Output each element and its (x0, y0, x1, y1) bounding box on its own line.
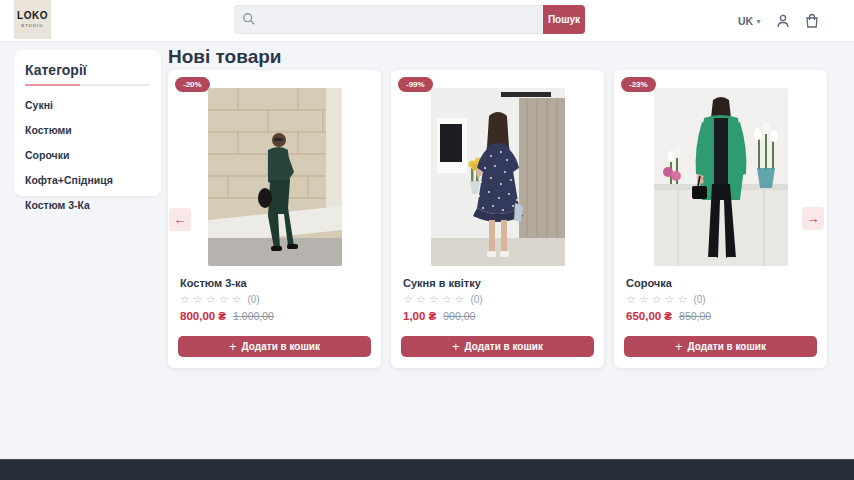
sidebar-item-suit-3piece[interactable]: Костюм 3-Ка (25, 199, 150, 211)
product-photo-shirt[interactable] (654, 88, 788, 266)
plus-icon: + (452, 340, 460, 353)
star-icon: ☆ (678, 294, 688, 305)
old-price: 850,00 (679, 310, 711, 322)
current-price: 650,00 ₴ (626, 310, 672, 322)
product-photo-suit[interactable] (208, 88, 342, 266)
carousel-prev-button[interactable]: ← (169, 208, 191, 231)
sidebar-item-shirts[interactable]: Сорочки (25, 149, 150, 161)
add-to-cart-label: Додати в кошик (465, 341, 543, 352)
header-actions: UK ▼ (738, 0, 820, 42)
divider (25, 84, 150, 86)
add-to-cart-label: Додати в кошик (688, 341, 766, 352)
add-to-cart-button[interactable]: + Додати в кошик (624, 336, 817, 357)
product-grid: -20% (168, 70, 827, 368)
current-price: 1,00 ₴ (403, 310, 436, 322)
rating-count: (0) (470, 294, 482, 305)
current-price: 800,00 ₴ (180, 310, 226, 322)
plus-icon: + (675, 340, 683, 353)
discount-badge: -99% (398, 77, 433, 92)
star-icon: ☆ (652, 294, 662, 305)
discount-badge: -23% (621, 77, 656, 92)
add-to-cart-label: Додати в кошик (242, 341, 320, 352)
logo-title: LOKO (17, 11, 48, 21)
discount-badge: -20% (175, 77, 210, 92)
star-icon: ☆ (429, 294, 439, 305)
language-selector[interactable]: UK ▼ (738, 15, 762, 27)
rating-count: (0) (247, 294, 259, 305)
rating: ☆ ☆ ☆ ☆ ☆ (0) (403, 294, 592, 305)
plus-icon: + (229, 340, 237, 353)
star-icon: ☆ (442, 294, 452, 305)
sidebar-item-suits[interactable]: Костюми (25, 124, 150, 136)
price-row: 650,00 ₴ 850,00 (626, 310, 815, 322)
old-price: 900,00 (443, 310, 475, 322)
rating: ☆ ☆ ☆ ☆ ☆ (0) (180, 294, 369, 305)
add-to-cart-button[interactable]: + Додати в кошик (178, 336, 371, 357)
language-label: UK (738, 15, 753, 27)
logo-subtitle: STUDIO (21, 23, 43, 28)
star-icon: ☆ (193, 294, 203, 305)
search-bar: Пошук (234, 5, 585, 34)
search-button[interactable]: Пошук (543, 5, 585, 34)
categories-panel: Категорії Сукні Костюми Сорочки Кофта+Сп… (14, 50, 161, 196)
star-icon: ☆ (416, 294, 426, 305)
footer (0, 459, 854, 480)
product-title[interactable]: Костюм 3-ка (180, 277, 369, 289)
product-card: -99% (391, 70, 604, 368)
star-icon: ☆ (232, 294, 242, 305)
search-input[interactable] (234, 5, 543, 34)
star-icon: ☆ (219, 294, 229, 305)
product-card: -20% (168, 70, 381, 368)
price-row: 1,00 ₴ 900,00 (403, 310, 592, 322)
cart-icon[interactable] (804, 13, 820, 29)
price-row: 800,00 ₴ 1.000,00 (180, 310, 369, 322)
page-title: Нові товари (168, 46, 282, 68)
logo[interactable]: LOKO STUDIO (14, 0, 51, 39)
old-price: 1.000,00 (233, 310, 274, 322)
arrow-left-icon: ← (174, 213, 187, 226)
star-icon: ☆ (639, 294, 649, 305)
arrow-right-icon: → (807, 212, 820, 225)
chevron-down-icon: ▼ (755, 18, 762, 25)
rating: ☆ ☆ ☆ ☆ ☆ (0) (626, 294, 815, 305)
add-to-cart-button[interactable]: + Додати в кошик (401, 336, 594, 357)
star-icon: ☆ (626, 294, 636, 305)
star-icon: ☆ (455, 294, 465, 305)
star-icon: ☆ (180, 294, 190, 305)
rating-count: (0) (693, 294, 705, 305)
product-title[interactable]: Сорочка (626, 277, 815, 289)
header: LOKO STUDIO Пошук UK ▼ (0, 0, 854, 42)
account-icon[interactable] (775, 13, 791, 29)
product-photo-dress[interactable] (431, 88, 565, 266)
sidebar-item-dresses[interactable]: Сукні (25, 99, 150, 111)
carousel-next-button[interactable]: → (802, 207, 824, 230)
sidebar-item-sweater-skirt[interactable]: Кофта+Спідниця (25, 174, 150, 186)
product-title[interactable]: Сукня в квітку (403, 277, 592, 289)
star-icon: ☆ (403, 294, 413, 305)
star-icon: ☆ (665, 294, 675, 305)
star-icon: ☆ (206, 294, 216, 305)
product-card: -23% (614, 70, 827, 368)
categories-title: Категорії (25, 62, 150, 78)
search-icon (242, 12, 256, 26)
